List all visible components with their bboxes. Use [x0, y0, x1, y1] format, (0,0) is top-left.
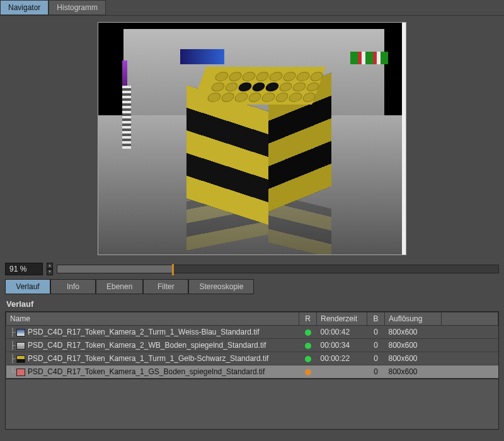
render-time: 00:00:34: [317, 339, 367, 352]
tab-filter[interactable]: Filter: [143, 279, 188, 294]
b-value: 0: [367, 339, 385, 352]
col-header-resolution[interactable]: Auflösung: [385, 312, 442, 326]
tree-branch-icon: ├: [10, 341, 16, 350]
top-tabs: Navigator Histogramm: [0, 0, 504, 16]
preview-area: [0, 16, 504, 261]
table-row[interactable]: ├PSD_C4D_R17_Token_Kamera_2_WB_Boden_spi…: [6, 339, 498, 352]
tab-histogram[interactable]: Histogramm: [49, 0, 106, 15]
panel-tabs: Verlauf Info Ebenen Filter Stereoskopie: [0, 279, 504, 294]
file-name: PSD_C4D_R17_Token_Kamera_1_GS_Boden_spie…: [28, 367, 265, 376]
tab-verlauf[interactable]: Verlauf: [5, 279, 50, 294]
render-preview-image: [98, 23, 406, 255]
thumbnail-icon: [16, 329, 25, 336]
file-name: PSD_C4D_R17_Token_Kamera_2_Turm_1_Weiss-…: [28, 328, 260, 336]
thumbnail-icon: [16, 369, 25, 376]
col-header-r[interactable]: R: [299, 312, 317, 326]
status-dot-icon: [305, 329, 311, 336]
render-time: 00:00:22: [317, 352, 367, 365]
tab-info[interactable]: Info: [50, 279, 96, 294]
table-empty-area[interactable]: [5, 379, 499, 430]
zoom-slider[interactable]: [57, 265, 499, 273]
table-row[interactable]: ├PSD_C4D_R17_Token_Kamera_2_Turm_1_Weiss…: [6, 326, 498, 339]
render-history-table: Name R Renderzeit B Auflösung ├PSD_C4D_R…: [5, 311, 499, 379]
b-value: 0: [367, 352, 385, 365]
col-header-b[interactable]: B: [367, 312, 385, 326]
col-header-rendertime[interactable]: Renderzeit: [317, 312, 367, 326]
table-header-row: Name R Renderzeit B Auflösung: [6, 312, 498, 326]
zoom-step-down-icon[interactable]: ▼: [47, 269, 53, 275]
zoom-stepper[interactable]: ▲ ▼: [47, 263, 53, 275]
render-time: [317, 365, 367, 379]
col-header-name[interactable]: Name: [6, 312, 299, 326]
tree-branch-icon: ├: [10, 354, 16, 363]
b-value: 0: [367, 326, 385, 339]
resolution-value: 800x600: [385, 326, 442, 339]
zoom-value-field[interactable]: 91 %: [5, 263, 43, 275]
file-name: PSD_C4D_R17_Token_Kamera_1_Turm_1_Gelb-S…: [28, 354, 268, 363]
resolution-value: 800x600: [385, 365, 442, 379]
resolution-value: 800x600: [385, 339, 442, 352]
file-name: PSD_C4D_R17_Token_Kamera_2_WB_Boden_spie…: [28, 341, 266, 350]
tab-stereoskopie[interactable]: Stereoskopie: [188, 279, 254, 294]
preview-scroll-strip: [402, 23, 406, 255]
tree-branch-icon: ├: [10, 328, 16, 336]
table-row[interactable]: ├PSD_C4D_R17_Token_Kamera_1_Turm_1_Gelb-…: [6, 352, 498, 365]
zoom-step-up-icon[interactable]: ▲: [47, 263, 53, 269]
zoom-bar: 91 % ▲ ▼: [0, 261, 504, 279]
status-dot-icon: [305, 356, 311, 362]
section-title: Verlauf: [0, 294, 504, 311]
render-time: 00:00:42: [317, 326, 367, 339]
render-preview[interactable]: [98, 22, 406, 255]
zoom-slider-thumb[interactable]: [172, 264, 174, 275]
table-row[interactable]: └PSD_C4D_R17_Token_Kamera_1_GS_Boden_spi…: [6, 365, 498, 379]
zoom-slider-fill: [57, 265, 172, 273]
tab-navigator[interactable]: Navigator: [0, 0, 49, 15]
b-value: 0: [367, 365, 385, 379]
tree-branch-icon: └: [10, 367, 16, 376]
col-header-spacer: [442, 312, 498, 326]
thumbnail-icon: [16, 355, 25, 363]
tab-ebenen[interactable]: Ebenen: [96, 279, 143, 294]
status-dot-icon: [305, 369, 311, 375]
resolution-value: 800x600: [385, 352, 442, 365]
thumbnail-icon: [16, 342, 25, 350]
status-dot-icon: [305, 343, 311, 349]
